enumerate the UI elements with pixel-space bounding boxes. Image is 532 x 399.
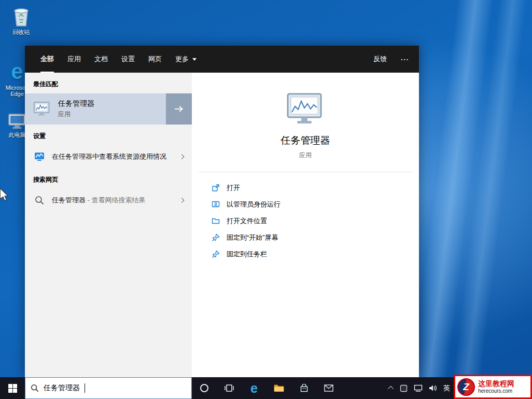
- start-button[interactable]: [0, 377, 25, 399]
- watermark-site-url: herecours.com: [478, 388, 514, 394]
- desktop-icon-label: 此电脑: [9, 131, 26, 139]
- settings-result[interactable]: 在任务管理器中查看系统资源使用情况: [25, 145, 192, 168]
- chevron-right-icon: [179, 154, 185, 159]
- task-manager-icon-large: [286, 92, 325, 126]
- this-pc-icon: [7, 113, 27, 130]
- web-search-result[interactable]: 任务管理器 - 查看网络搜索结果: [25, 189, 192, 212]
- mail-icon: [324, 384, 333, 392]
- tab-label: 文档: [94, 54, 108, 64]
- search-filter-bar: 全部 应用 文档 设置 网页 更多 反馈 ⋯: [25, 46, 419, 73]
- file-location-icon: [212, 217, 220, 225]
- search-icon: [35, 196, 44, 205]
- preview-subtitle: 应用: [299, 151, 312, 160]
- task-manager-icon: [33, 101, 51, 117]
- text-cursor: [85, 383, 85, 393]
- settings-section-header: 设置: [25, 125, 192, 145]
- action-pin-to-start[interactable]: 固定到“开始”屏幕: [212, 229, 419, 246]
- mouse-cursor: [0, 188, 9, 202]
- edge-taskbar-button[interactable]: e: [242, 377, 267, 399]
- chevron-down-icon: [192, 58, 197, 61]
- tab-label: 全部: [40, 54, 54, 64]
- cortana-icon: [200, 383, 209, 393]
- microsoft-store-button[interactable]: [291, 377, 316, 399]
- tab-all[interactable]: 全部: [40, 46, 54, 73]
- desktop-icon-recycle-bin[interactable]: 回收站: [3, 5, 39, 36]
- pin-icon: [212, 233, 220, 242]
- best-match-result[interactable]: 任务管理器 应用: [25, 93, 192, 125]
- search-icon: [31, 384, 39, 392]
- file-explorer-icon: [274, 384, 284, 392]
- edge-icon: e: [11, 60, 23, 83]
- expand-preview-button[interactable]: [166, 93, 192, 125]
- result-title: 任务管理器: [58, 99, 94, 108]
- tab-settings[interactable]: 设置: [121, 46, 135, 73]
- watermark-site-name: 这里教程网: [478, 379, 514, 388]
- feedback-button[interactable]: 反馈: [373, 54, 387, 64]
- tab-apps[interactable]: 应用: [67, 46, 81, 73]
- pin-icon: [212, 250, 220, 258]
- more-options-button[interactable]: ⋯: [400, 54, 410, 64]
- watermark-logo: Z: [457, 378, 475, 396]
- run-as-admin-icon: [212, 200, 220, 209]
- tab-web[interactable]: 网页: [148, 46, 162, 73]
- action-label: 固定到“开始”屏幕: [227, 233, 278, 242]
- action-pin-to-taskbar[interactable]: 固定到任务栏: [212, 246, 419, 263]
- action-run-as-admin[interactable]: 以管理员身份运行: [212, 196, 419, 213]
- action-open[interactable]: 打开: [212, 180, 419, 196]
- open-icon: [212, 184, 220, 192]
- result-preview-pane: 任务管理器 应用 打开: [192, 73, 419, 377]
- tab-label: 设置: [121, 54, 135, 64]
- action-label: 打开: [227, 183, 240, 192]
- tab-more[interactable]: 更多: [175, 46, 197, 73]
- search-input-value: 任务管理器: [44, 383, 80, 393]
- tab-label: 应用: [67, 54, 81, 64]
- task-view-icon: [225, 384, 234, 392]
- store-icon: [300, 384, 309, 393]
- web-section-header: 搜索网页: [25, 168, 192, 189]
- tab-label: 更多: [175, 54, 189, 64]
- site-watermark: Z 这里教程网 herecours.com: [454, 375, 532, 399]
- tray-app-icon[interactable]: [400, 384, 408, 392]
- edge-icon: e: [250, 382, 258, 395]
- recycle-bin-icon: [12, 5, 31, 27]
- arrow-right-icon: [174, 105, 184, 113]
- show-hidden-icons-button[interactable]: [388, 386, 394, 392]
- result-text: 在任务管理器中查看系统资源使用情况: [52, 152, 166, 162]
- query-text: 任务管理器: [52, 196, 86, 204]
- windows-search-panel: 全部 应用 文档 设置 网页 更多 反馈 ⋯ 最佳匹配: [25, 46, 419, 377]
- volume-icon[interactable]: [429, 384, 437, 392]
- taskbar-search-box[interactable]: 任务管理器: [25, 377, 192, 399]
- best-match-header: 最佳匹配: [25, 73, 192, 93]
- action-list: 打开 以管理员身份运行 打开文件位置: [192, 172, 419, 263]
- file-explorer-button[interactable]: [267, 377, 291, 399]
- cortana-button[interactable]: [192, 377, 217, 399]
- suffix-text: - 查看网络搜索结果: [86, 196, 146, 204]
- network-icon[interactable]: [414, 384, 423, 392]
- taskbar: 任务管理器 e: [0, 377, 532, 399]
- ime-language-indicator[interactable]: 英: [443, 383, 450, 393]
- tab-documents[interactable]: 文档: [94, 46, 108, 73]
- windows-logo-icon: [8, 384, 17, 393]
- preview-title: 任务管理器: [281, 134, 330, 147]
- task-view-button[interactable]: [217, 377, 242, 399]
- chevron-right-icon: [179, 198, 185, 203]
- search-results-column: 最佳匹配 任务管理器 应用: [25, 73, 192, 377]
- action-label: 以管理员身份运行: [227, 200, 281, 209]
- system-resource-icon: [34, 152, 45, 162]
- action-label: 固定到任务栏: [227, 250, 267, 259]
- result-subtitle: 应用: [58, 110, 94, 119]
- action-label: 打开文件位置: [227, 216, 267, 226]
- mail-button[interactable]: [316, 377, 341, 399]
- action-open-file-location[interactable]: 打开文件位置: [212, 213, 419, 229]
- tab-label: 网页: [148, 54, 162, 64]
- desktop-icon-label: 回收站: [13, 29, 30, 36]
